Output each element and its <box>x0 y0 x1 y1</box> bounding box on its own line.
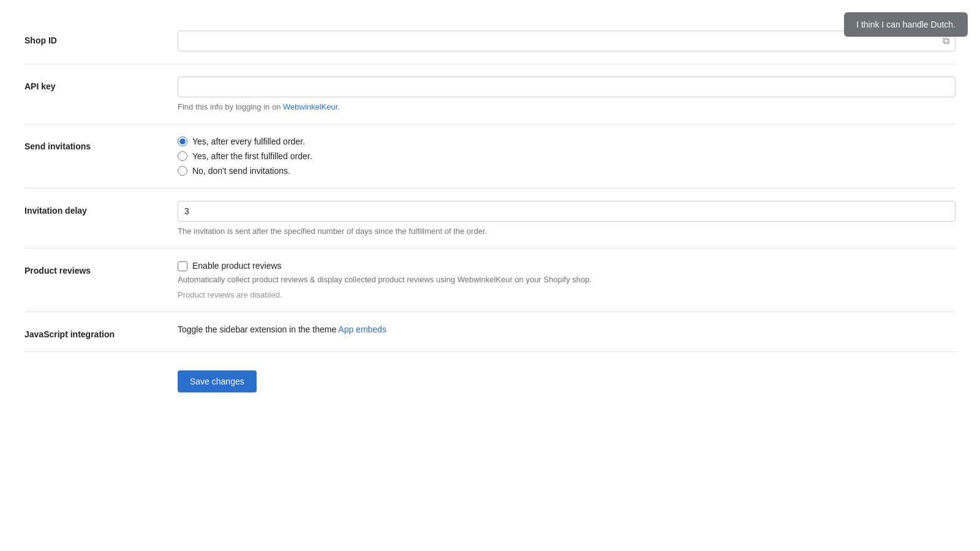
send-invitations-field: Yes, after every fulfilled order. Yes, a… <box>178 137 956 176</box>
api-key-input[interactable] <box>178 77 956 97</box>
product-reviews-label: Product reviews <box>24 261 178 276</box>
api-key-field: Find this info by logging in on Webwinke… <box>178 77 956 111</box>
send-invitations-row: Send invitations Yes, after every fulfil… <box>24 124 956 189</box>
radio-first-order[interactable]: Yes, after the first fulfilled order. <box>178 151 956 161</box>
radio-no-invitations-label: No, don't send invitations. <box>192 166 290 176</box>
invitation-delay-helper: The invitation is sent after the specifi… <box>178 227 956 236</box>
product-reviews-row: Product reviews Enable product reviews A… <box>24 249 956 312</box>
app-embeds-link[interactable]: App embeds <box>338 324 386 334</box>
product-reviews-checkbox-row: Enable product reviews <box>178 261 956 271</box>
send-invitations-radio-group: Yes, after every fulfilled order. Yes, a… <box>178 137 956 176</box>
settings-form: Shop ID ⧉ API key Find this info by logg… <box>0 0 980 423</box>
radio-no-invitations[interactable]: No, don't send invitations. <box>178 166 956 176</box>
radio-every-order-input[interactable] <box>178 137 187 146</box>
webwinkelkeur-link[interactable]: WebwinkelKeur <box>283 102 337 111</box>
api-key-helper: Find this info by logging in on Webwinke… <box>178 102 956 111</box>
shop-id-label: Shop ID <box>24 31 178 45</box>
product-reviews-checkbox-label[interactable]: Enable product reviews <box>192 261 282 271</box>
save-changes-button[interactable]: Save changes <box>178 370 257 392</box>
shop-id-row: Shop ID ⧉ <box>24 18 956 64</box>
product-reviews-disabled-notice: Product reviews are disabled. <box>178 290 956 299</box>
radio-every-order[interactable]: Yes, after every fulfilled order. <box>178 137 956 146</box>
js-integration-prefix: Toggle the sidebar extension in the them… <box>178 324 338 334</box>
invitation-delay-label: Invitation delay <box>24 201 178 216</box>
radio-every-order-label: Yes, after every fulfilled order. <box>192 137 305 146</box>
api-key-label: API key <box>24 77 178 91</box>
javascript-integration-field: Toggle the sidebar extension in the them… <box>178 324 956 334</box>
shop-id-field: ⧉ <box>178 31 956 51</box>
invitation-delay-input[interactable] <box>178 201 956 222</box>
shop-id-input-wrapper: ⧉ <box>178 31 956 51</box>
api-key-row: API key Find this info by logging in on … <box>24 64 956 124</box>
product-reviews-checkbox[interactable] <box>178 261 187 271</box>
radio-first-order-input[interactable] <box>178 151 187 161</box>
radio-no-invitations-input[interactable] <box>178 166 187 176</box>
shop-id-input[interactable] <box>178 31 956 51</box>
product-reviews-field: Enable product reviews Automatically col… <box>178 261 956 299</box>
invitation-delay-field: The invitation is sent after the specifi… <box>178 201 956 236</box>
invitation-delay-row: Invitation delay The invitation is sent … <box>24 189 956 249</box>
toast-banner: I think I can handle Dutch. <box>844 12 968 37</box>
product-reviews-description: Automatically collect product reviews & … <box>178 275 956 284</box>
javascript-integration-text: Toggle the sidebar extension in the them… <box>178 324 956 334</box>
save-button-row: Save changes <box>24 352 956 405</box>
javascript-integration-row: JavaScript integration Toggle the sideba… <box>24 312 956 352</box>
javascript-integration-label: JavaScript integration <box>24 324 178 339</box>
send-invitations-label: Send invitations <box>24 137 178 151</box>
radio-first-order-label: Yes, after the first fulfilled order. <box>192 151 312 161</box>
